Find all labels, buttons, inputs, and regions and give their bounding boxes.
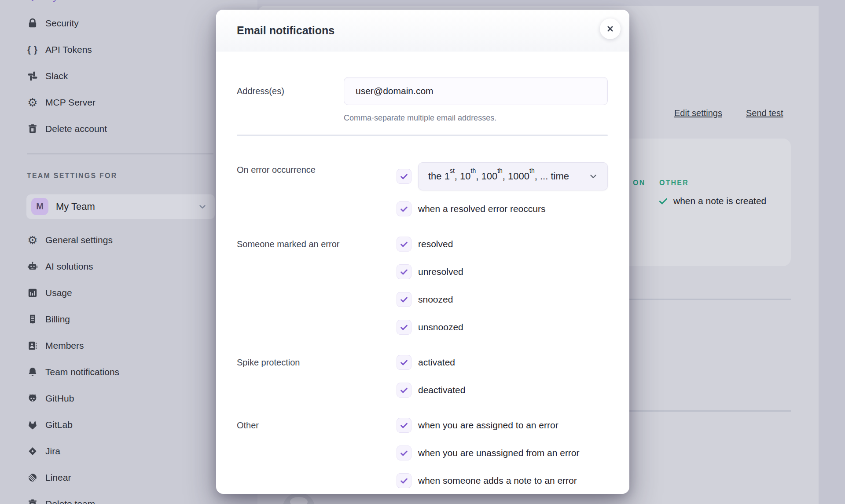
- check-icon: [399, 448, 409, 458]
- check-icon: [399, 420, 409, 430]
- address-input[interactable]: [344, 77, 608, 105]
- check-icon: [399, 322, 409, 332]
- on-error-frequency-row: the 1st, 10th, 100th, 1000th, ... time: [397, 162, 608, 190]
- checkbox-label: when a resolved error reoccurs: [418, 204, 545, 214]
- checkbox-label: unsnoozed: [418, 322, 463, 332]
- check-icon: [399, 204, 409, 214]
- checkbox-label: when you are unassigned from an error: [418, 448, 580, 458]
- checkbox-label: deactivated: [418, 385, 465, 395]
- check-icon: [399, 385, 409, 395]
- group-label: Other: [237, 418, 397, 488]
- check-icon: [399, 295, 409, 304]
- address-help-text: Comma-separate multiple email addresses.: [344, 113, 608, 123]
- address-label: Address(es): [237, 86, 344, 96]
- group-label: Someone marked an error: [237, 237, 397, 335]
- close-button[interactable]: [600, 18, 621, 39]
- checkbox-unresolved[interactable]: [397, 264, 411, 279]
- checkbox-unsnoozed[interactable]: [397, 320, 411, 335]
- checkbox-row-unassigned: when you are unassigned from an error: [397, 446, 608, 460]
- checkbox-unassigned[interactable]: [397, 446, 411, 460]
- group-label: Spike protection: [237, 355, 397, 398]
- frequency-select[interactable]: the 1st, 10th, 100th, 1000th, ... time: [418, 162, 608, 190]
- check-icon: [399, 267, 409, 277]
- group-other: Other when you are assigned to an error …: [237, 418, 608, 488]
- checkbox-row-resolved: resolved: [397, 237, 608, 252]
- checkbox-row-note-added: when someone adds a note to an error: [397, 473, 608, 488]
- checkbox-label: when someone adds a note to an error: [418, 475, 577, 486]
- checkbox-resolved[interactable]: [397, 237, 411, 252]
- checkbox-note-added[interactable]: [397, 473, 411, 488]
- close-icon: [605, 23, 616, 34]
- divider: [237, 135, 608, 136]
- check-icon: [399, 239, 409, 249]
- notification-groups: On error occurrence the 1st, 10th, 100th…: [237, 162, 608, 488]
- checkbox-row-activated: activated: [397, 355, 608, 370]
- checkbox-snoozed[interactable]: [397, 292, 411, 307]
- checkbox-reoccurs[interactable]: [397, 201, 411, 216]
- address-row: Address(es): [237, 77, 608, 105]
- group-spike-protection: Spike protection activated deactivated: [237, 355, 608, 398]
- check-icon: [399, 172, 409, 181]
- checkbox-label: unresolved: [418, 267, 463, 277]
- address-help-row: Comma-separate multiple email addresses.: [237, 113, 608, 123]
- check-icon: [399, 476, 409, 486]
- email-notifications-modal: Email notifications Address(es) Comma-se…: [216, 10, 629, 494]
- check-icon: [399, 358, 409, 367]
- modal-header: Email notifications: [216, 10, 629, 51]
- checkbox-label: snoozed: [418, 294, 453, 305]
- checkbox-activated[interactable]: [397, 355, 411, 370]
- checkbox-row-unresolved: unresolved: [397, 264, 608, 279]
- checkbox-row-assigned: when you are assigned to an error: [397, 418, 608, 433]
- checkbox-row-unsnoozed: unsnoozed: [397, 320, 608, 335]
- checkbox-deactivated[interactable]: [397, 383, 411, 398]
- frequency-select-value: the 1st, 10th, 100th, 1000th, ... time: [428, 170, 569, 182]
- checkbox-assigned[interactable]: [397, 418, 411, 433]
- checkbox-on-error[interactable]: [397, 169, 411, 184]
- chevron-down-icon: [588, 171, 599, 182]
- modal-title: Email notifications: [237, 24, 334, 37]
- checkbox-row-reoccurs: when a resolved error reoccurs: [397, 201, 608, 216]
- group-label: On error occurrence: [237, 162, 397, 216]
- group-on-error-occurrence: On error occurrence the 1st, 10th, 100th…: [237, 162, 608, 216]
- checkbox-row-snoozed: snoozed: [397, 292, 608, 307]
- group-someone-marked: Someone marked an error resolved unresol…: [237, 237, 608, 335]
- checkbox-label: activated: [418, 357, 455, 368]
- checkbox-label: when you are assigned to an error: [418, 420, 558, 431]
- checkbox-row-deactivated: deactivated: [397, 383, 608, 398]
- checkbox-label: resolved: [418, 239, 453, 249]
- modal-body: Address(es) Comma-separate multiple emai…: [216, 51, 629, 488]
